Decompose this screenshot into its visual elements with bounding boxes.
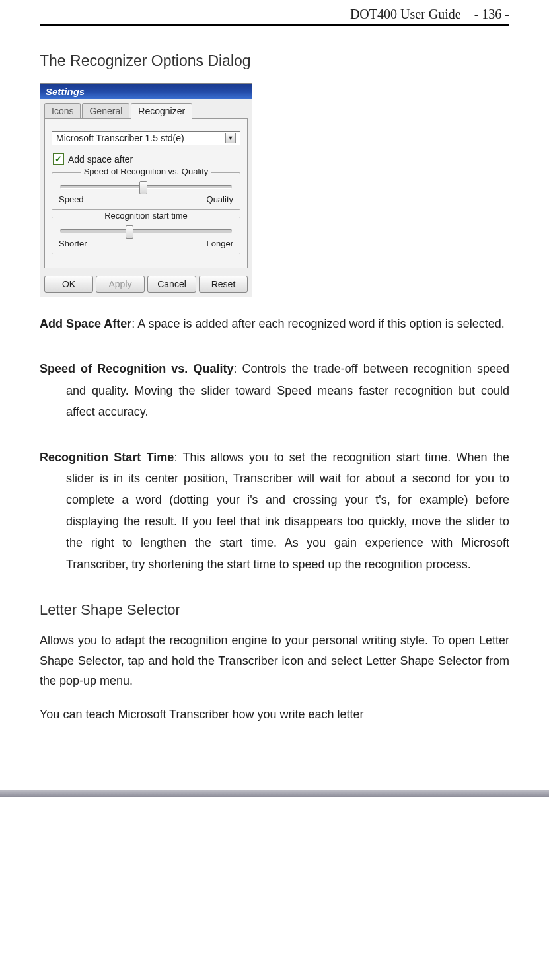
label-quality: Quality <box>207 194 233 204</box>
window-titlebar[interactable]: Settings <box>40 84 252 99</box>
fieldset-start-time: Recognition start time Shorter Longer <box>52 217 240 254</box>
text-start-time: : This allows you to set the recognition… <box>66 451 509 571</box>
definition-add-space: Add Space After: A space is added after … <box>40 313 509 334</box>
page-number: - 136 - <box>474 7 509 21</box>
tab-icons[interactable]: Icons <box>44 103 81 119</box>
ok-button[interactable]: OK <box>44 276 93 293</box>
section-title-letter: Letter Shape Selector <box>40 601 509 619</box>
term-speed: Speed of Recognition vs. Quality <box>40 362 233 375</box>
definition-start-time: Recognition Start Time: This allows you … <box>40 447 509 575</box>
section-title-recognizer: The Recognizer Options Dialog <box>40 52 509 70</box>
legend-start-time: Recognition start time <box>52 211 240 221</box>
dropdown-value: Microsoft Transcriber 1.5 std(e) <box>56 133 184 143</box>
slider-start-time[interactable] <box>60 229 232 233</box>
tab-recognizer[interactable]: Recognizer <box>131 103 192 119</box>
label-shorter: Shorter <box>59 239 87 248</box>
header-rule <box>40 24 509 26</box>
definition-speed: Speed of Recognition vs. Quality: Contro… <box>40 358 509 422</box>
button-row: OK Apply Cancel Reset <box>40 273 252 297</box>
slider-thumb[interactable] <box>126 225 133 239</box>
slider-thumb[interactable] <box>139 181 147 194</box>
checkbox-add-space[interactable]: ✓ <box>53 153 64 165</box>
guide-title: DOT400 User Guide <box>350 7 461 21</box>
page-header: DOT400 User Guide - 136 - <box>40 0 509 24</box>
letter-paragraph-1: Allows you to adapt the recognition engi… <box>40 630 509 691</box>
checkbox-label: Add space after <box>68 154 133 165</box>
label-speed: Speed <box>59 194 84 204</box>
apply-button[interactable]: Apply <box>96 276 145 293</box>
slider-labels: Shorter Longer <box>59 239 233 248</box>
tab-panel-recognizer: Microsoft Transcriber 1.5 std(e) ▼ ✓ Add… <box>44 118 248 268</box>
document-page: DOT400 User Guide - 136 - The Recognizer… <box>0 0 549 764</box>
label-longer: Longer <box>207 239 233 248</box>
fieldset-speed-quality: Speed of Recognition vs. Quality Speed Q… <box>52 172 240 210</box>
term-add-space: Add Space After <box>40 317 131 330</box>
letter-paragraph-2: You can teach Microsoft Transcriber how … <box>40 704 509 725</box>
slider-speed-quality[interactable] <box>60 185 232 189</box>
footer-rule <box>0 790 549 797</box>
recognizer-dropdown[interactable]: Microsoft Transcriber 1.5 std(e) ▼ <box>52 131 240 145</box>
reset-button[interactable]: Reset <box>199 276 248 293</box>
tab-general[interactable]: General <box>82 103 129 119</box>
tabstrip: Icons General Recognizer <box>40 99 252 119</box>
settings-window: Settings Icons General Recognizer Micros… <box>40 83 252 297</box>
slider-labels: Speed Quality <box>59 194 233 204</box>
cancel-button[interactable]: Cancel <box>147 276 196 293</box>
text-add-space: : A space is added after each recognized… <box>131 317 504 330</box>
chevron-down-icon: ▼ <box>225 133 236 143</box>
add-space-row[interactable]: ✓ Add space after <box>53 153 239 165</box>
legend-speed-quality: Speed of Recognition vs. Quality <box>52 167 240 176</box>
term-start-time: Recognition Start Time <box>40 451 174 464</box>
